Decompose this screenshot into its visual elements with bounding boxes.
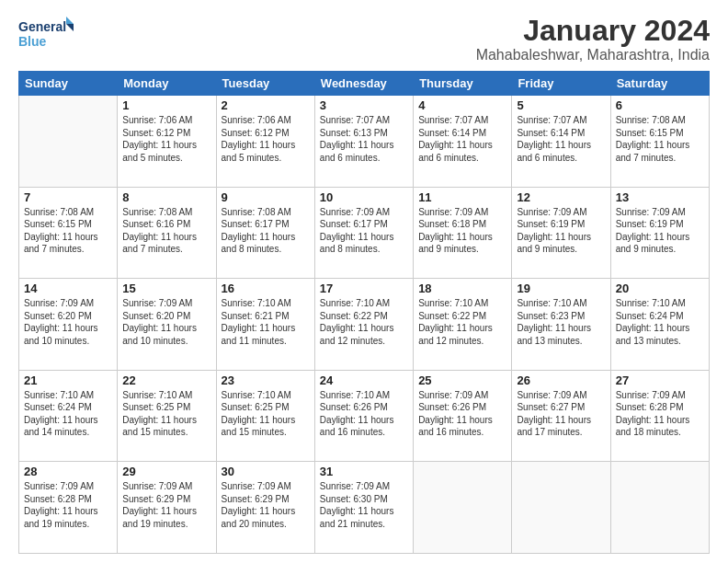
day-number: 3: [320, 98, 408, 112]
day-info: Sunrise: 7:09 AM Sunset: 6:20 PM Dayligh…: [122, 297, 210, 347]
day-info: Sunrise: 7:09 AM Sunset: 6:29 PM Dayligh…: [222, 480, 310, 530]
day-cell: 18Sunrise: 7:10 AM Sunset: 6:22 PM Dayli…: [414, 279, 512, 371]
day-info: Sunrise: 7:10 AM Sunset: 6:22 PM Dayligh…: [320, 297, 408, 347]
day-cell: [414, 462, 512, 554]
day-number: 14: [24, 282, 112, 295]
day-cell: 11Sunrise: 7:09 AM Sunset: 6:18 PM Dayli…: [414, 187, 512, 279]
week-row-0: 1Sunrise: 7:06 AM Sunset: 6:12 PM Daylig…: [19, 96, 710, 188]
day-number: 11: [418, 190, 506, 204]
day-number: 30: [222, 465, 310, 478]
day-number: 28: [24, 465, 112, 478]
day-number: 20: [616, 282, 704, 295]
day-number: 13: [616, 190, 704, 204]
day-number: 6: [616, 98, 704, 112]
day-number: 22: [122, 373, 210, 387]
day-info: Sunrise: 7:07 AM Sunset: 6:13 PM Dayligh…: [320, 114, 408, 164]
day-cell: 31Sunrise: 7:09 AM Sunset: 6:30 PM Dayli…: [314, 462, 413, 554]
weekday-tuesday: Tuesday: [216, 72, 314, 96]
day-cell: 10Sunrise: 7:09 AM Sunset: 6:17 PM Dayli…: [314, 187, 413, 279]
day-info: Sunrise: 7:10 AM Sunset: 6:26 PM Dayligh…: [320, 389, 408, 439]
weekday-monday: Monday: [118, 72, 216, 96]
weekday-wednesday: Wednesday: [314, 72, 413, 96]
day-number: 16: [222, 282, 310, 295]
day-number: 12: [517, 190, 605, 204]
day-info: Sunrise: 7:10 AM Sunset: 6:21 PM Dayligh…: [222, 297, 310, 347]
weekday-header-row: SundayMondayTuesdayWednesdayThursdayFrid…: [19, 72, 710, 96]
day-number: 31: [320, 465, 408, 478]
svg-text:Blue: Blue: [18, 34, 47, 49]
day-cell: 22Sunrise: 7:10 AM Sunset: 6:25 PM Dayli…: [118, 370, 216, 462]
svg-marker-2: [66, 17, 74, 24]
day-info: Sunrise: 7:09 AM Sunset: 6:27 PM Dayligh…: [517, 389, 605, 439]
day-number: 23: [222, 373, 310, 387]
day-cell: 3Sunrise: 7:07 AM Sunset: 6:13 PM Daylig…: [314, 96, 413, 188]
day-info: Sunrise: 7:08 AM Sunset: 6:15 PM Dayligh…: [616, 114, 704, 164]
day-cell: 30Sunrise: 7:09 AM Sunset: 6:29 PM Dayli…: [216, 462, 314, 554]
day-cell: 26Sunrise: 7:09 AM Sunset: 6:27 PM Dayli…: [512, 370, 610, 462]
svg-marker-3: [66, 24, 74, 31]
day-cell: 6Sunrise: 7:08 AM Sunset: 6:15 PM Daylig…: [610, 96, 709, 188]
day-info: Sunrise: 7:09 AM Sunset: 6:30 PM Dayligh…: [320, 480, 408, 530]
day-number: 18: [418, 282, 506, 295]
day-info: Sunrise: 7:10 AM Sunset: 6:24 PM Dayligh…: [24, 389, 112, 439]
day-number: 19: [517, 282, 605, 295]
day-info: Sunrise: 7:07 AM Sunset: 6:14 PM Dayligh…: [418, 114, 506, 164]
day-number: 10: [320, 190, 408, 204]
day-info: Sunrise: 7:06 AM Sunset: 6:12 PM Dayligh…: [122, 114, 210, 164]
day-cell: 9Sunrise: 7:08 AM Sunset: 6:17 PM Daylig…: [216, 187, 314, 279]
day-cell: 20Sunrise: 7:10 AM Sunset: 6:24 PM Dayli…: [610, 279, 709, 371]
header: General Blue January 2024 Mahabaleshwar,…: [18, 15, 710, 63]
day-info: Sunrise: 7:09 AM Sunset: 6:29 PM Dayligh…: [122, 480, 210, 530]
day-cell: 12Sunrise: 7:09 AM Sunset: 6:19 PM Dayli…: [512, 187, 610, 279]
day-cell: 14Sunrise: 7:09 AM Sunset: 6:20 PM Dayli…: [19, 279, 118, 371]
day-info: Sunrise: 7:09 AM Sunset: 6:17 PM Dayligh…: [320, 206, 408, 256]
day-info: Sunrise: 7:10 AM Sunset: 6:22 PM Dayligh…: [418, 297, 506, 347]
day-cell: 28Sunrise: 7:09 AM Sunset: 6:28 PM Dayli…: [19, 462, 118, 554]
day-info: Sunrise: 7:09 AM Sunset: 6:18 PM Dayligh…: [418, 206, 506, 256]
day-number: 29: [122, 465, 210, 478]
day-number: 9: [222, 190, 310, 204]
logo-svg: General Blue: [18, 15, 74, 55]
day-info: Sunrise: 7:10 AM Sunset: 6:24 PM Dayligh…: [616, 297, 704, 347]
day-cell: 1Sunrise: 7:06 AM Sunset: 6:12 PM Daylig…: [118, 96, 216, 188]
day-info: Sunrise: 7:09 AM Sunset: 6:28 PM Dayligh…: [616, 389, 704, 439]
svg-text:General: General: [18, 19, 66, 34]
calendar: SundayMondayTuesdayWednesdayThursdayFrid…: [18, 71, 710, 554]
day-info: Sunrise: 7:08 AM Sunset: 6:16 PM Dayligh…: [122, 206, 210, 256]
day-cell: 21Sunrise: 7:10 AM Sunset: 6:24 PM Dayli…: [19, 370, 118, 462]
day-number: 15: [122, 282, 210, 295]
day-cell: [512, 462, 610, 554]
day-cell: 4Sunrise: 7:07 AM Sunset: 6:14 PM Daylig…: [414, 96, 512, 188]
day-cell: [19, 96, 118, 188]
day-cell: 5Sunrise: 7:07 AM Sunset: 6:14 PM Daylig…: [512, 96, 610, 188]
title-block: January 2024 Mahabaleshwar, Maharashtra,…: [476, 15, 710, 63]
day-info: Sunrise: 7:10 AM Sunset: 6:25 PM Dayligh…: [122, 389, 210, 439]
day-info: Sunrise: 7:08 AM Sunset: 6:17 PM Dayligh…: [222, 206, 310, 256]
weekday-thursday: Thursday: [414, 72, 512, 96]
day-cell: 16Sunrise: 7:10 AM Sunset: 6:21 PM Dayli…: [216, 279, 314, 371]
weekday-friday: Friday: [512, 72, 610, 96]
day-cell: 8Sunrise: 7:08 AM Sunset: 6:16 PM Daylig…: [118, 187, 216, 279]
day-cell: 24Sunrise: 7:10 AM Sunset: 6:26 PM Dayli…: [314, 370, 413, 462]
day-info: Sunrise: 7:09 AM Sunset: 6:20 PM Dayligh…: [24, 297, 112, 347]
day-number: 17: [320, 282, 408, 295]
day-info: Sunrise: 7:09 AM Sunset: 6:19 PM Dayligh…: [616, 206, 704, 256]
month-title: January 2024: [476, 15, 710, 47]
week-row-4: 28Sunrise: 7:09 AM Sunset: 6:28 PM Dayli…: [19, 462, 710, 554]
day-info: Sunrise: 7:09 AM Sunset: 6:19 PM Dayligh…: [517, 206, 605, 256]
day-info: Sunrise: 7:09 AM Sunset: 6:26 PM Dayligh…: [418, 389, 506, 439]
day-number: 1: [122, 98, 210, 112]
day-cell: 13Sunrise: 7:09 AM Sunset: 6:19 PM Dayli…: [610, 187, 709, 279]
day-cell: 19Sunrise: 7:10 AM Sunset: 6:23 PM Dayli…: [512, 279, 610, 371]
week-row-1: 7Sunrise: 7:08 AM Sunset: 6:15 PM Daylig…: [19, 187, 710, 279]
weekday-sunday: Sunday: [19, 72, 118, 96]
location-title: Mahabaleshwar, Maharashtra, India: [476, 47, 710, 63]
day-number: 21: [24, 373, 112, 387]
week-row-3: 21Sunrise: 7:10 AM Sunset: 6:24 PM Dayli…: [19, 370, 710, 462]
day-cell: 25Sunrise: 7:09 AM Sunset: 6:26 PM Dayli…: [414, 370, 512, 462]
day-number: 25: [418, 373, 506, 387]
weekday-saturday: Saturday: [610, 72, 709, 96]
day-number: 2: [222, 98, 310, 112]
day-number: 26: [517, 373, 605, 387]
day-number: 5: [517, 98, 605, 112]
